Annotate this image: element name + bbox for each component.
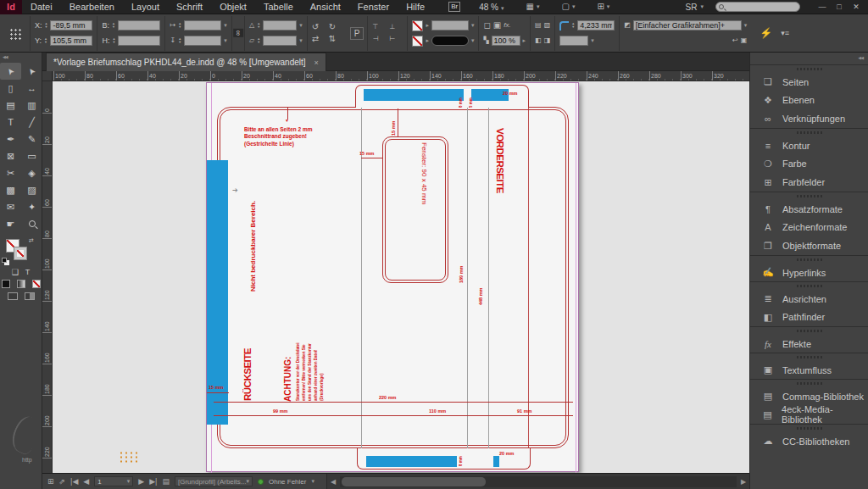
zoom-level-control[interactable]: 48 %▾	[479, 3, 504, 12]
default-fill-stroke-icon[interactable]	[2, 258, 7, 263]
menu-bearbeiten[interactable]: Bearbeiten	[61, 0, 123, 14]
stroke-swatch[interactable]	[14, 247, 27, 260]
panel-item-cc-bibliotheken[interactable]: ☁ CC-Bibliotheken	[750, 424, 868, 450]
menu-ansicht[interactable]: Ansicht	[302, 0, 349, 14]
workspace-switcher[interactable]: SR▾	[686, 3, 704, 12]
content-collector-tool[interactable]: ▤	[0, 97, 21, 114]
view-icon-b[interactable]: ⇗	[59, 477, 66, 486]
shear-input[interactable]	[263, 36, 297, 46]
chevron-down-icon[interactable]: ▾	[311, 478, 314, 485]
scale-x-input[interactable]	[184, 20, 221, 31]
close-tab-icon[interactable]: ×	[314, 58, 319, 67]
apply-color-icon[interactable]	[2, 280, 10, 288]
flyout-icon[interactable]: ▸	[523, 37, 526, 44]
chevron-down-icon[interactable]: ▾	[299, 22, 303, 29]
pen-tool[interactable]: ✒	[0, 131, 21, 147]
panel-item-zeichenformate[interactable]: A Zeichenformate	[750, 218, 868, 236]
menu-layout[interactable]: Layout	[123, 0, 168, 14]
panel-menu-icon[interactable]: ▾≡	[781, 29, 789, 37]
link-scale-icon[interactable]: ∞	[233, 29, 243, 37]
quick-apply-icon[interactable]: ▣	[741, 36, 748, 46]
tint-input[interactable]	[431, 20, 469, 31]
panel-item-ausrichten[interactable]: ≣ Ausrichten	[750, 281, 868, 308]
page-number-dropdown[interactable]: 1▾	[94, 476, 133, 486]
y-input[interactable]	[50, 36, 92, 46]
panel-item-absatzformate[interactable]: ¶ Absatzformate	[750, 192, 868, 218]
zoom-tool[interactable]	[21, 215, 42, 232]
menu-schrift[interactable]: Schrift	[168, 0, 211, 14]
flip-vertical-icon[interactable]: ⇅	[329, 34, 342, 44]
type-tool[interactable]: T	[0, 114, 21, 131]
select-container-icon[interactable]: P	[350, 27, 364, 40]
preflight-panel-icon[interactable]: ▤	[162, 477, 170, 486]
scrollbar-thumb[interactable]	[342, 477, 486, 486]
panel-item-farbe[interactable]: ❍ Farbe	[750, 154, 868, 173]
rotate-cw-icon[interactable]: ↻	[329, 22, 342, 32]
x-input[interactable]	[50, 20, 92, 31]
fill-swatch[interactable]	[412, 20, 423, 31]
formatting-text-icon[interactable]: T	[25, 268, 31, 276]
wrap-jump-icon[interactable]: ◨	[544, 36, 551, 46]
next-page-button[interactable]: ▶	[138, 477, 144, 486]
scroll-left-icon[interactable]: ◀	[327, 478, 339, 486]
minimize-button[interactable]: —	[814, 1, 831, 14]
menu-tabelle[interactable]: Tabelle	[255, 0, 302, 14]
preflight-profile-dropdown[interactable]: [Grundprofil] (Arbeits...▾	[175, 476, 253, 486]
page[interactable]: Bitte an allen Seiten 2 mm Beschnittrand…	[206, 82, 579, 472]
rotation-stepper[interactable]: ▲▼	[257, 22, 260, 29]
chevron-down-icon[interactable]: ▾	[471, 22, 475, 29]
stroke-swatch[interactable]	[412, 36, 423, 47]
flyout-icon[interactable]: ▸	[426, 37, 429, 44]
search-box[interactable]	[715, 2, 800, 12]
content-placer-tool[interactable]: ▥	[21, 97, 42, 114]
ruler-origin[interactable]	[42, 71, 53, 81]
corner-radius-input[interactable]	[577, 20, 615, 31]
menu-hilfe[interactable]: Hilfe	[398, 0, 433, 14]
maximize-button[interactable]: □	[831, 1, 848, 14]
menu-datei[interactable]: Datei	[22, 0, 61, 14]
previous-page-button[interactable]: ◀	[83, 477, 89, 486]
y-stepper[interactable]: ▲▼	[44, 37, 47, 44]
width-input[interactable]	[118, 20, 160, 31]
search-input[interactable]	[724, 3, 792, 11]
gradient-tool[interactable]: ▩	[0, 181, 21, 198]
panel-item-ebenen[interactable]: ❖ Ebenen	[750, 91, 868, 109]
pencil-tool[interactable]: ✎	[21, 131, 42, 147]
panel-item-4eck-media-bibliothek[interactable]: ▤ 4eck-Media-Bibliothek	[750, 405, 868, 424]
corner-options-icon[interactable]	[559, 21, 569, 31]
collapse-panels-icon[interactable]: ◀◀	[750, 53, 868, 64]
view-icon-a[interactable]: ⊞	[47, 477, 54, 486]
panel-item-kontur[interactable]: ≡ Kontur	[750, 128, 868, 154]
menu-fenster[interactable]: Fenster	[349, 0, 398, 14]
object-style-dropdown[interactable]	[633, 20, 742, 31]
panel-item-hyperlinks[interactable]: ✍ Hyperlinks	[750, 255, 868, 281]
eyedropper-tool[interactable]: ✦	[21, 198, 42, 215]
vertical-ruler[interactable]: 020406080100120140160180200220240	[42, 81, 53, 473]
panel-item-seiten[interactable]: ❏ Seiten	[750, 64, 868, 91]
rotate-ccw-icon[interactable]: ↺	[312, 22, 326, 32]
apply-none-icon[interactable]	[32, 280, 41, 288]
apply-gradient-icon[interactable]	[17, 280, 25, 288]
height-stepper[interactable]: ▲▼	[112, 37, 115, 44]
flip-horizontal-icon[interactable]: ⇄	[312, 34, 326, 44]
wrap-object-icon[interactable]: ◧	[535, 36, 542, 46]
document-tab[interactable]: *Vorlage Briefumschlag PKHDL44_de.indd @…	[46, 53, 326, 71]
menu-objekt[interactable]: Objekt	[211, 0, 255, 14]
collapse-tools-icon[interactable]: ◀◀	[0, 53, 42, 63]
pasteboard[interactable]: Bitte an allen Seiten 2 mm Beschnittrand…	[53, 81, 749, 473]
chevron-down-icon[interactable]: ▾	[471, 37, 475, 44]
hand-tool[interactable]: ☛	[0, 215, 21, 232]
wrap-none-icon[interactable]: ▤	[535, 20, 542, 31]
swap-fill-stroke-icon[interactable]: ⇄	[29, 237, 34, 244]
view-options-dropdown[interactable]: ▦▾	[526, 2, 539, 12]
gap-tool[interactable]: ↔	[21, 80, 42, 97]
object-effects-icon[interactable]: ▣	[493, 20, 501, 31]
horizontal-ruler[interactable]: 1008060402002040608010012014016018020022…	[53, 71, 749, 81]
chevron-down-icon[interactable]: ▾	[591, 37, 594, 44]
lightning-icon[interactable]: ⚡	[760, 27, 772, 39]
panel-item-verknuepfungen[interactable]: ∞ Verknüpfungen	[750, 109, 868, 128]
chevron-down-icon[interactable]: ▾	[224, 22, 227, 29]
frame-tool[interactable]: ⊠	[0, 147, 21, 164]
stroke-style-dropdown[interactable]	[431, 36, 469, 46]
height-input[interactable]	[118, 36, 160, 46]
